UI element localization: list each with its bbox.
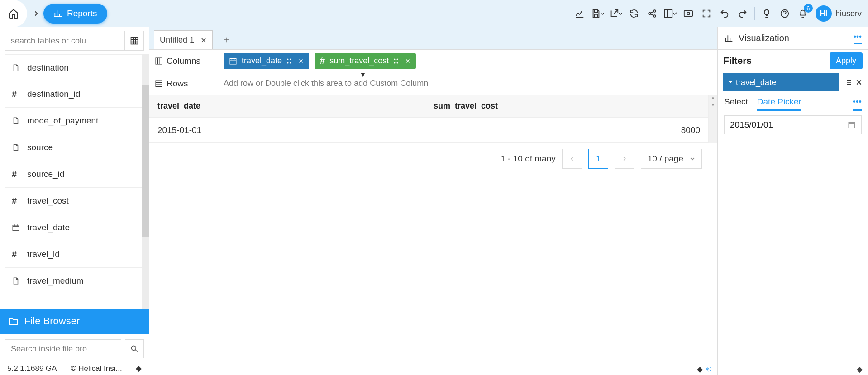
- grid-icon: [130, 36, 139, 45]
- svg-point-12: [287, 58, 289, 60]
- field-list[interactable]: destination#destination_idmode_of_paymen…: [0, 54, 149, 309]
- hash-icon: #: [12, 89, 22, 100]
- field-item-mode_of_payment[interactable]: mode_of_payment: [5, 108, 144, 134]
- field-label: travel_date: [27, 223, 70, 233]
- page-range: 1 - 10 of many: [501, 154, 555, 164]
- search-icon: [130, 344, 139, 353]
- refresh-button[interactable]: [625, 5, 643, 23]
- field-item-travel_cost[interactable]: #travel_cost: [5, 188, 144, 214]
- next-page-button[interactable]: [615, 149, 634, 169]
- share-button[interactable]: [643, 5, 661, 23]
- export-button[interactable]: [607, 5, 625, 23]
- hash-icon: #: [12, 249, 22, 260]
- field-item-source[interactable]: source: [5, 134, 144, 161]
- field-item-travel_date[interactable]: travel_date: [5, 214, 144, 241]
- result-scrollbar[interactable]: ▲ ▼: [708, 95, 717, 143]
- sidebar: destination#destination_idmode_of_paymen…: [0, 27, 149, 375]
- remove-chip-button[interactable]: [405, 58, 410, 64]
- plus-icon: [223, 36, 230, 43]
- fullscreen-button[interactable]: [697, 5, 715, 23]
- close-tab-button[interactable]: [200, 37, 207, 43]
- doc-icon: [12, 143, 22, 152]
- layout-icon: [663, 9, 673, 19]
- pin-icon[interactable]: ⎋: [706, 365, 711, 374]
- home-button[interactable]: [0, 0, 27, 27]
- field-item-travel_id[interactable]: #travel_id: [5, 241, 144, 268]
- filter-more-button[interactable]: •••: [853, 97, 862, 111]
- notifications-button[interactable]: 6: [794, 5, 812, 23]
- columns-icon: [155, 57, 163, 65]
- columns-label: Columns: [167, 56, 200, 66]
- preview-button[interactable]: [679, 5, 697, 23]
- list-view-button[interactable]: [844, 78, 853, 86]
- svg-rect-8: [13, 225, 19, 231]
- svg-rect-21: [849, 123, 855, 128]
- filter-chip-travel-date[interactable]: travel_date: [723, 73, 839, 91]
- report-tab[interactable]: Untitled 1: [154, 30, 213, 49]
- redo-button[interactable]: [734, 5, 752, 23]
- result-row[interactable]: 2015-01-01 8000: [149, 118, 708, 143]
- file-browser-label: File Browser: [24, 315, 80, 327]
- chart-type-button[interactable]: [571, 5, 589, 23]
- filters-label: Filters: [723, 55, 752, 66]
- tab-title: Untitled 1: [160, 35, 194, 45]
- chevron-right-icon: [32, 9, 40, 18]
- rows-icon: [155, 80, 163, 88]
- chip-label: travel_date: [242, 56, 282, 66]
- field-label: source_id: [27, 169, 64, 179]
- page-1-button[interactable]: 1: [588, 149, 608, 169]
- help-icon: [780, 9, 790, 19]
- column-chip-travel_date[interactable]: travel_date: [224, 53, 309, 69]
- reports-breadcrumb[interactable]: Reports: [43, 4, 107, 24]
- file-search-button[interactable]: [125, 339, 144, 358]
- save-button[interactable]: [589, 5, 607, 23]
- field-search-input[interactable]: [5, 31, 124, 50]
- svg-point-9: [131, 346, 136, 350]
- layout-button[interactable]: [661, 5, 679, 23]
- field-label: source: [27, 142, 53, 152]
- remove-filter-button[interactable]: [855, 79, 863, 86]
- svg-rect-7: [131, 38, 138, 44]
- viz-more-button[interactable]: •••: [854, 32, 862, 44]
- file-browser-header[interactable]: File Browser: [0, 309, 149, 334]
- svg-rect-4: [684, 11, 692, 17]
- mode-select-tab[interactable]: Select: [724, 97, 748, 111]
- undo-button[interactable]: [715, 5, 734, 23]
- field-item-source_id[interactable]: #source_id: [5, 161, 144, 188]
- help-button[interactable]: [776, 5, 794, 23]
- prev-page-button[interactable]: [562, 149, 582, 169]
- pagination: 1 - 10 of many 1 10 / page: [149, 143, 717, 175]
- field-label: travel_cost: [27, 196, 69, 206]
- close-icon: [855, 79, 863, 86]
- file-search-input[interactable]: [5, 339, 121, 358]
- calendar-icon: [229, 57, 237, 65]
- list-icon: [844, 78, 853, 86]
- remove-chip-button[interactable]: [298, 58, 304, 64]
- field-item-travel_medium[interactable]: travel_medium: [5, 268, 144, 294]
- columns-shelf[interactable]: Columns travel_date#sum_travel_cost: [149, 50, 717, 72]
- field-item-destination_id[interactable]: #destination_id: [5, 81, 144, 108]
- field-item-destination[interactable]: destination: [5, 54, 144, 81]
- scrollbar[interactable]: [142, 54, 149, 309]
- table-view-button[interactable]: [124, 31, 143, 50]
- per-page-select[interactable]: 10 / page: [641, 149, 702, 169]
- username-label: hiuserv: [835, 9, 862, 19]
- right-panel: Visualization ••• Filters Apply travel_d…: [718, 27, 868, 375]
- grip-icon: [393, 58, 399, 64]
- apply-button[interactable]: Apply: [830, 52, 863, 69]
- main-footer: ◆ ⎋: [149, 363, 717, 375]
- notification-badge: 6: [804, 4, 813, 13]
- tag-icon: ◆: [136, 364, 142, 373]
- per-page-label: 10 / page: [648, 154, 683, 164]
- date-input[interactable]: 2015/01/01: [724, 115, 862, 134]
- chart-icon: [53, 9, 62, 18]
- result-header-col1: travel_date: [149, 95, 425, 117]
- rows-shelf[interactable]: ▼ Rows Add row or Double click this area…: [149, 72, 717, 95]
- column-chip-sum_travel_cost[interactable]: #sum_travel_cost: [315, 53, 416, 69]
- hint-button[interactable]: [758, 5, 776, 23]
- doc-icon: [12, 64, 22, 72]
- filter-chip-label: travel_date: [736, 78, 776, 87]
- mode-datepicker-tab[interactable]: Date Picker: [757, 97, 801, 111]
- new-tab-button[interactable]: [220, 33, 234, 47]
- avatar[interactable]: HI: [816, 5, 832, 22]
